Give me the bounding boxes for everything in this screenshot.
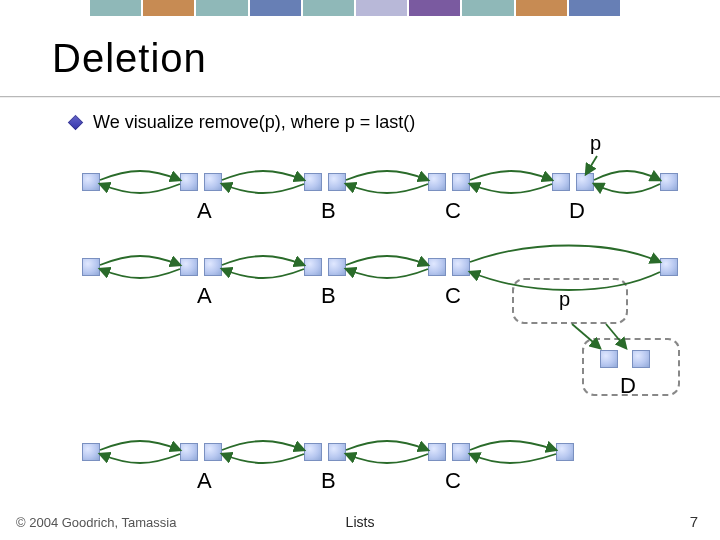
row1-label-D: D (569, 198, 585, 224)
row2-label-B: B (321, 283, 336, 309)
removed-node-right (632, 350, 650, 368)
pointer-label-top: p (590, 132, 601, 155)
slide-title: Deletion (52, 36, 207, 81)
row1-label-C: C (445, 198, 461, 224)
bullet-line: We visualize remove(p), where p = last() (70, 112, 415, 133)
removed-node-left (600, 350, 618, 368)
row1-label-B: B (321, 198, 336, 224)
row1-label-A: A (197, 198, 212, 224)
row3-node-A (180, 443, 222, 461)
title-underline (0, 96, 720, 97)
footer-topic: Lists (0, 514, 720, 530)
row3-node-C (428, 443, 470, 461)
row2-head-node (82, 258, 100, 276)
footer-page: 7 (690, 513, 698, 530)
row2-label-C: C (445, 283, 461, 309)
row2-node-B (304, 258, 346, 276)
row1-node-A (180, 173, 222, 191)
row3-label-B: B (321, 468, 336, 494)
row1-node-B (304, 173, 346, 191)
row2-node-C (428, 258, 470, 276)
pointer-label-mid: p (559, 288, 570, 311)
row2-label-D: D (620, 373, 636, 399)
decorative-top-bar (90, 0, 620, 16)
row3-label-C: C (445, 468, 461, 494)
row3-node-B (304, 443, 346, 461)
diamond-icon (68, 115, 84, 131)
row3-tail-node (556, 443, 574, 461)
row2-node-A (180, 258, 222, 276)
row2-label-A: A (197, 283, 212, 309)
row1-node-D (552, 173, 594, 191)
arrow-layer (0, 0, 720, 540)
row3-head-node (82, 443, 100, 461)
row2-tail-node (660, 258, 678, 276)
row1-tail-node (660, 173, 678, 191)
row3-label-A: A (197, 468, 212, 494)
row1-node-C (428, 173, 470, 191)
bullet-text: We visualize remove(p), where p = last() (93, 112, 415, 133)
row1-head-node (82, 173, 100, 191)
